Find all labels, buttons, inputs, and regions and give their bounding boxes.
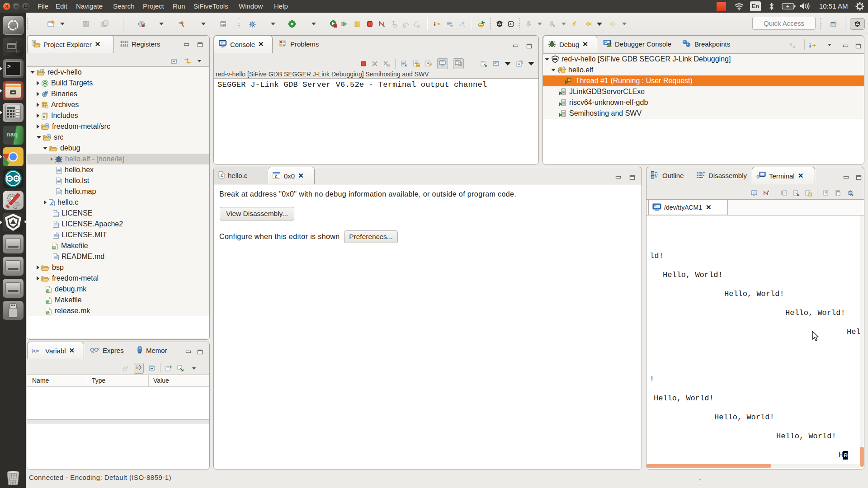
svg-text:b: b — [140, 366, 141, 368]
svg-text:C: C — [42, 69, 44, 72]
svg-text:i: i — [434, 21, 436, 28]
svg-text:A: A — [509, 22, 512, 26]
svg-text:h: h — [43, 115, 45, 119]
svg-text:.c: .c — [50, 201, 53, 206]
svg-text:101: 101 — [123, 369, 127, 372]
svg-text:.c: .c — [219, 173, 223, 178]
svg-text:c: c — [275, 174, 278, 179]
svg-text:i: i — [809, 42, 811, 49]
svg-text:(x)=: (x)= — [32, 348, 39, 353]
svg-text:1010: 1010 — [120, 40, 129, 44]
svg-text:0101: 0101 — [120, 44, 129, 47]
svg-text:x=: x= — [91, 351, 94, 354]
svg-text:010: 010 — [221, 23, 226, 26]
